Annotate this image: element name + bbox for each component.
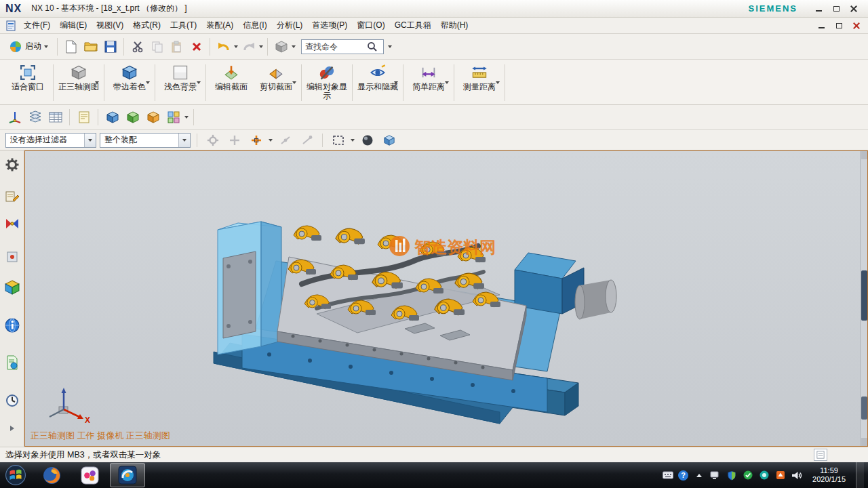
undo-button[interactable] xyxy=(214,37,233,56)
isometric-view-caret-icon[interactable] xyxy=(95,81,99,84)
view-in-layer-button[interactable] xyxy=(46,108,64,127)
menu-file[interactable]: 文件(F) xyxy=(19,18,55,33)
cloud-tray-icon[interactable] xyxy=(758,470,770,481)
selection-filter-combo[interactable]: 没有选择过滤器 xyxy=(5,133,96,148)
constraint-navigator-button[interactable] xyxy=(3,215,21,232)
cut-button[interactable] xyxy=(128,37,146,56)
delete-button[interactable] xyxy=(187,37,205,56)
selection-filter-dropdown[interactable] xyxy=(84,134,96,147)
history-palette-button[interactable] xyxy=(3,354,21,371)
layer-settings-button[interactable] xyxy=(26,108,44,127)
simple-distance-caret-icon[interactable] xyxy=(445,81,449,84)
snap-point-gray-button[interactable] xyxy=(225,131,243,149)
snap-point-button[interactable] xyxy=(247,131,265,149)
menu-assemblies[interactable]: 装配(A) xyxy=(201,18,238,33)
menu-view[interactable]: 视图(V) xyxy=(92,18,128,33)
new-file-button[interactable] xyxy=(62,37,80,56)
volume-icon[interactable] xyxy=(791,470,802,481)
doc-close-button[interactable] xyxy=(848,20,865,31)
ribbon-button-light-background[interactable]: 浅色背景 xyxy=(158,61,203,103)
assembly-navigator-button[interactable] xyxy=(3,188,21,205)
antivirus-tray-icon[interactable] xyxy=(742,470,753,481)
update-tray-icon[interactable] xyxy=(774,470,786,481)
add-component-button[interactable] xyxy=(144,108,162,127)
paste-button[interactable] xyxy=(167,37,186,56)
viewport-scrollbar[interactable] xyxy=(860,151,867,446)
marquee-caret-icon[interactable] xyxy=(351,139,355,142)
ribbon-button-clip-section[interactable]: 剪切截面 xyxy=(254,61,298,103)
view-orient-button[interactable] xyxy=(272,37,290,56)
menu-format[interactable]: 格式(R) xyxy=(128,18,165,33)
close-button[interactable] xyxy=(845,3,863,14)
web-browser-button[interactable] xyxy=(3,317,21,333)
reuse-library-button[interactable] xyxy=(3,279,21,296)
view-orient-caret-icon[interactable] xyxy=(292,45,296,48)
doc-restore-button[interactable] xyxy=(830,20,848,31)
open-file-button[interactable] xyxy=(81,37,100,56)
search-history-caret-icon[interactable] xyxy=(388,45,392,48)
ime-keyboard-icon[interactable] xyxy=(662,470,673,481)
snap-mid-button[interactable] xyxy=(276,131,294,149)
save-button[interactable] xyxy=(101,37,119,56)
snap-point-caret-icon[interactable] xyxy=(269,139,273,142)
copy-button[interactable] xyxy=(148,37,166,56)
show-hide-caret-icon[interactable] xyxy=(394,81,398,84)
command-finder[interactable] xyxy=(301,39,384,54)
resource-bar-expand-button[interactable] xyxy=(3,420,21,437)
menu-window[interactable]: 窗口(O) xyxy=(352,18,389,33)
taskbar-firefox-button[interactable] xyxy=(34,463,69,487)
graphics-window[interactable]: 智造资料网 X 正三轴测图 工作 摄像机 正三轴测图 xyxy=(24,150,868,447)
display-mode-button[interactable] xyxy=(164,108,182,127)
undo-caret-icon[interactable] xyxy=(234,45,238,48)
security-shield-icon[interactable] xyxy=(726,470,737,481)
show-desktop-button[interactable] xyxy=(856,462,864,488)
annotation-note-button[interactable] xyxy=(75,108,93,127)
menu-analysis[interactable]: 分析(L) xyxy=(272,18,308,33)
menu-edit[interactable]: 编辑(E) xyxy=(55,18,92,33)
render-sphere-button[interactable] xyxy=(358,131,376,149)
marquee-select-button[interactable] xyxy=(329,131,347,149)
taskbar-clock[interactable]: 11:59 2020/1/15 xyxy=(807,466,851,484)
menu-preferences[interactable]: 首选项(P) xyxy=(307,18,352,33)
taskbar-app-button[interactable] xyxy=(72,463,107,487)
menu-help[interactable]: 帮助(H) xyxy=(436,18,473,33)
start-button[interactable]: 启动 xyxy=(4,38,53,56)
scrollbar-thumb[interactable] xyxy=(861,270,867,321)
part-navigator-button[interactable] xyxy=(3,248,21,265)
command-search-input[interactable] xyxy=(302,42,367,52)
taskbar-nx-button[interactable] xyxy=(110,463,145,487)
shaded-caret-icon[interactable] xyxy=(146,81,150,84)
scrollbar-thumb-2[interactable] xyxy=(861,396,867,420)
redo-caret-icon[interactable] xyxy=(259,45,263,48)
minimize-button[interactable] xyxy=(810,3,827,14)
ribbon-button-simple-distance[interactable]: 简单距离 xyxy=(406,61,451,103)
menu-gc-toolbox[interactable]: GC工具箱 xyxy=(390,18,436,33)
network-tray-icon[interactable] xyxy=(709,470,721,481)
assembly-constraints-button[interactable] xyxy=(103,108,121,127)
help-tray-icon[interactable]: ? xyxy=(678,470,688,481)
find-in-window-button[interactable] xyxy=(203,131,222,149)
hidden-icons-button[interactable] xyxy=(693,470,705,481)
render-cube-button[interactable] xyxy=(380,131,398,149)
menu-tools[interactable]: 工具(T) xyxy=(165,18,201,33)
clip-section-caret-icon[interactable] xyxy=(292,81,296,84)
selection-scope-dropdown[interactable] xyxy=(178,134,190,147)
display-mode-caret-icon[interactable] xyxy=(184,116,189,119)
datum-csys-button[interactable] xyxy=(5,108,24,127)
model-3d[interactable]: 智造资料网 X xyxy=(25,151,867,446)
measure-distance-caret-icon[interactable] xyxy=(496,81,500,84)
ribbon-button-measure-distance[interactable]: 测量距离 xyxy=(457,61,502,103)
ribbon-button-edit-section[interactable]: 编辑截面 xyxy=(209,61,254,103)
move-component-button[interactable] xyxy=(123,108,142,127)
ribbon-button-edit-object-display[interactable]: 编辑对象显示 xyxy=(304,61,349,103)
doc-minimize-button[interactable] xyxy=(812,20,830,31)
roles-gear-button[interactable] xyxy=(3,156,21,173)
selection-scope-combo[interactable]: 整个装配 xyxy=(100,133,191,148)
menu-information[interactable]: 信息(I) xyxy=(238,18,271,33)
snap-end-button[interactable] xyxy=(298,131,316,149)
scroll-up-arrow[interactable] xyxy=(861,151,867,159)
background-caret-icon[interactable] xyxy=(197,81,201,84)
redo-button[interactable] xyxy=(239,37,258,56)
ribbon-button-isometric-view[interactable]: 正三轴测图 xyxy=(56,61,101,103)
scroll-down-arrow[interactable] xyxy=(861,438,867,446)
